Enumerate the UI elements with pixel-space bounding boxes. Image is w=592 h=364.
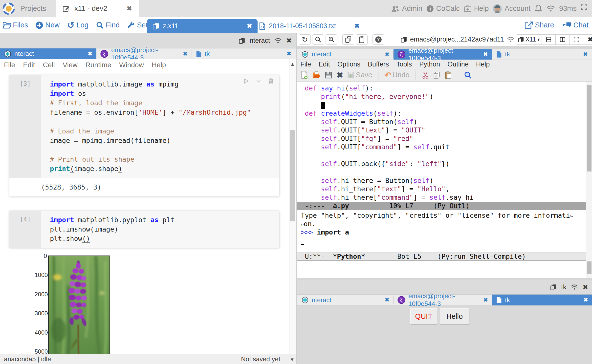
x11-tab-nteract[interactable]: nteract ✖ [297, 49, 393, 60]
close-tab-icon[interactable]: ✖ [385, 297, 389, 303]
admin-button[interactable]: Admin [391, 4, 422, 13]
x11-tab-nteract[interactable]: nteract ✖ [0, 48, 96, 59]
menu-window[interactable]: Window [119, 61, 144, 69]
log-button[interactable]: ↺ Log [67, 20, 88, 30]
zoom-in-button[interactable] [326, 34, 337, 45]
emacs-menu-buffers[interactable]: Buffers [368, 61, 389, 68]
x11-tab-nteract[interactable]: nteract ✖ [297, 295, 393, 305]
x11-tab-tk[interactable]: tk ✖ [492, 295, 592, 305]
help-button[interactable]: Help [464, 4, 489, 13]
help-button[interactable]: ? [373, 34, 384, 45]
emacs-menu-help[interactable]: Help [476, 61, 490, 68]
copy-icon[interactable] [433, 71, 440, 79]
new-file-icon[interactable] [300, 71, 308, 79]
scrollbar-thumb[interactable] [587, 85, 592, 171]
projects-tab[interactable]: Projects [20, 4, 46, 13]
emacs-minibuffer[interactable] [297, 261, 592, 278]
share-button[interactable]: Share [525, 21, 554, 29]
scrollbar-thumb[interactable] [587, 261, 592, 274]
emacs-scrollbar[interactable] [586, 82, 592, 278]
close-tab-icon[interactable]: ✖ [483, 51, 488, 58]
new-button[interactable]: New [35, 21, 60, 29]
emacs-menu-tools[interactable]: Tools [396, 61, 412, 68]
emacs-menu-options[interactable]: Options [337, 61, 360, 68]
tk-hello-button[interactable]: Hello [440, 308, 469, 324]
close-tab-icon[interactable]: ✖ [483, 297, 488, 303]
close-zx11-tab-icon[interactable]: ✖ [247, 22, 252, 30]
topbar-right-menu: Admin CoCalc Help [391, 4, 592, 13]
close-tk-tab-icon[interactable]: ✖ [287, 51, 296, 57]
tk-quit-button[interactable]: QUIT [410, 308, 437, 324]
emacs-menu-python[interactable]: Python [419, 61, 440, 68]
chat-button[interactable]: Chat [563, 21, 589, 29]
x11-tab-emacs[interactable]: ξ emacs@project-10f0e544-3 ✖ [96, 48, 192, 59]
x11-tab-emacs[interactable]: ξ emacs@project-10f0e544-3 ✖ [394, 295, 492, 305]
x11-apps-dropdown[interactable]: X11 ▾ [516, 34, 542, 45]
close-tk-tab-icon[interactable]: ✖ [583, 51, 592, 58]
close-tab-icon[interactable]: ✖ [584, 297, 588, 303]
copy-button[interactable] [342, 34, 354, 45]
notebook-scrollbar[interactable]: ▲ [289, 59, 296, 354]
emacs-buffer-apy[interactable]: def say_hi(self): print("hi there, every… [297, 82, 592, 202]
menu-view[interactable]: View [63, 61, 78, 69]
fullscreen-button[interactable] [570, 34, 583, 45]
wifi-icon[interactable] [571, 284, 578, 290]
menu-file[interactable]: File [4, 61, 15, 69]
run-cell-icon[interactable] [243, 78, 249, 84]
menu-help[interactable]: Help [152, 61, 166, 69]
emacs-menu-edit[interactable]: Edit [319, 61, 330, 68]
save-disk-icon[interactable] [325, 71, 332, 79]
cocalc-info-button[interactable]: CoCalc [426, 4, 460, 13]
cell4-code-editor[interactable]: import matplotlib.pyplot as pltplt.imsho… [41, 211, 279, 248]
emacs-python-shell[interactable]: Type "help", "copyright", "credits" or "… [297, 210, 592, 253]
scroll-down-icon[interactable]: ▼ [289, 357, 295, 363]
close-project-tab-icon[interactable]: ✖ [127, 5, 132, 12]
emacs-menu-file[interactable]: File [300, 61, 311, 68]
account-button[interactable]: Account [493, 4, 530, 13]
find-button[interactable]: Find [96, 21, 120, 29]
close-tab-icon[interactable]: ✖ [385, 51, 389, 58]
close-buffer-icon[interactable]: ✖ [336, 70, 343, 80]
panel-divider[interactable] [296, 33, 297, 364]
menu-runtime[interactable]: Runtime [86, 61, 111, 69]
search-icon[interactable] [464, 71, 472, 79]
close-tab-icon[interactable]: ✖ [88, 51, 92, 57]
bell-icon[interactable] [534, 4, 542, 13]
wifi-icon[interactable] [274, 38, 282, 44]
menu-edit[interactable]: Edit [23, 61, 35, 69]
close-frame-icon[interactable]: ✖ [583, 283, 588, 291]
close-frame-button[interactable]: ✖ [583, 34, 592, 45]
cell3-code-editor[interactable]: import matplotlib.image as mpimgimport o… [41, 75, 279, 178]
project-tab-x11-dev2[interactable]: x11 - dev2 ✖ [56, 0, 139, 17]
wifi-icon[interactable] [546, 5, 555, 12]
file-tab-txt[interactable]: 2018-11-05-105803.txt ✖ [259, 19, 386, 33]
x11-tab-tk[interactable]: tk [492, 49, 514, 60]
paste-button[interactable] [356, 34, 368, 45]
close-txt-tab-icon[interactable]: ✖ [354, 22, 360, 30]
scroll-up-icon[interactable]: ▲ [289, 61, 296, 67]
y-tick-label: 1000 [35, 272, 47, 278]
cut-scissors-icon[interactable] [422, 71, 429, 79]
undo-button-disabled[interactable]: ↶ Undo [384, 70, 410, 80]
file-tab-zx11[interactable]: z.x11 ✖ [147, 19, 258, 33]
trash-icon[interactable] [268, 78, 274, 85]
files-button[interactable]: Files [2, 21, 28, 29]
emacs-menu-outline[interactable]: Outline [447, 61, 469, 68]
cocalc-logo-icon[interactable] [2, 2, 15, 15]
x11-tab-emacs[interactable]: ξ emacs@project-10f0e544-3 ✖ [394, 49, 492, 60]
open-folder-icon[interactable] [312, 71, 321, 79]
split-vertical-button[interactable] [556, 34, 570, 45]
close-tab-icon[interactable]: ✖ [183, 51, 188, 57]
menu-cell[interactable]: Cell [43, 61, 55, 69]
x11-tab-tk[interactable]: tk [192, 48, 214, 59]
chevron-down-icon[interactable] [256, 78, 262, 84]
save-button-disabled[interactable]: Save [347, 71, 372, 79]
paste-icon[interactable] [444, 71, 452, 79]
zoom-out-button[interactable] [312, 34, 324, 45]
scrollbar-thumb[interactable] [290, 130, 295, 221]
fullscreen-icon[interactable] [581, 4, 587, 10]
wifi-icon[interactable] [507, 36, 514, 43]
split-horizontal-button[interactable] [542, 34, 556, 45]
refresh-button[interactable]: ↻ [299, 34, 311, 45]
close-frame-icon[interactable]: ✖ [286, 37, 292, 44]
